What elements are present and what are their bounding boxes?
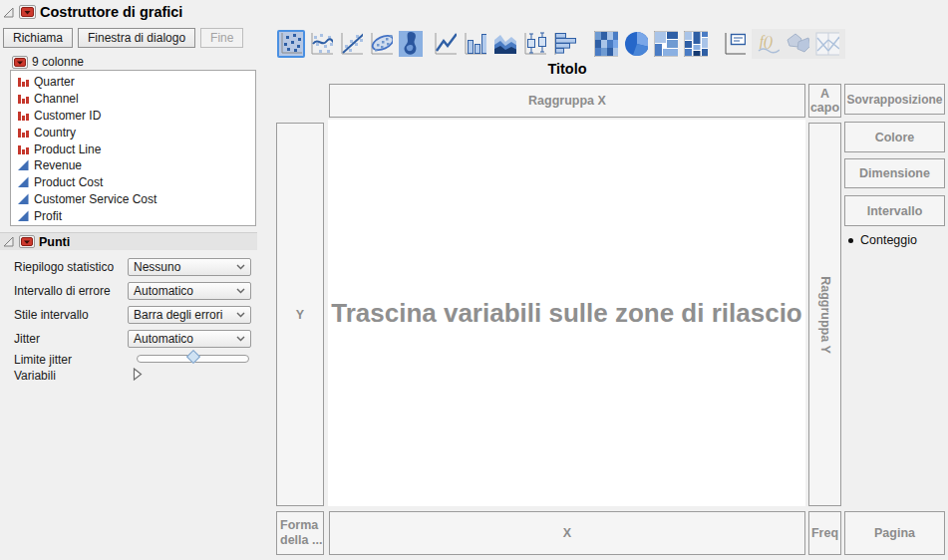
select-value: Automatico [134,332,193,346]
blue-triangle-icon [17,193,29,205]
column-item[interactable]: Channel [17,91,255,108]
line-of-fit-icon [339,31,363,57]
element-heatmap-button[interactable] [592,30,620,58]
ellipse-icon [369,31,393,57]
treemap-icon [654,31,678,57]
element-histogram-button[interactable] [550,30,578,58]
fine-button[interactable]: Fine [200,28,243,48]
drop-zone-page[interactable]: Pagina [844,511,945,555]
error-interval-select[interactable]: Automatico [128,282,251,300]
drop-zone-group-x[interactable]: Raggruppa X [329,84,805,118]
element-treemap-button[interactable] [652,30,680,58]
drop-zone-map-shape[interactable]: Forma della ... [276,511,324,555]
red-bars-icon [17,76,29,88]
column-item[interactable]: Product Cost [17,174,255,191]
drop-zone-overlay[interactable]: Sovrapposizione [844,84,945,115]
punti-panel-header: Punti [0,232,257,250]
finestra-di-dialogo-button[interactable]: Finestra di dialogo [78,28,195,48]
mosaic-icon [684,31,708,57]
drop-zone-group-y[interactable]: Raggruppa Y [808,123,841,506]
summary-statistic-label: Riepilogo statistico [14,258,114,276]
drop-zone-wrap[interactable]: A capo [808,84,841,118]
richiama-button[interactable]: Richiama [3,28,73,48]
column-item[interactable]: Country [17,124,255,140]
element-box-plot-button[interactable] [520,30,548,58]
red-triangle-menu-button[interactable] [19,235,35,248]
element-contour-button[interactable] [397,30,425,58]
disabled-elements-group: f() [752,29,845,59]
column-label: Quarter [34,75,75,89]
red-triangle-menu-button[interactable] [12,56,28,69]
map-shapes-icon [786,31,809,57]
red-bars-icon [17,93,29,105]
element-pie-button[interactable] [622,30,650,58]
column-item[interactable]: Quarter [17,74,255,91]
chevron-down-icon [236,264,245,270]
element-points-button[interactable] [277,30,305,58]
element-smoother-button[interactable] [307,30,335,58]
element-area-button[interactable] [490,30,518,58]
disclosure-open-icon[interactable] [2,6,15,19]
drop-zone-x[interactable]: X [329,511,805,555]
interval-style-select[interactable]: Barra degli errori [128,306,251,324]
blue-triangle-icon [17,210,29,222]
column-item[interactable]: Product Line [17,140,255,157]
column-item[interactable]: Revenue [17,157,255,174]
slider-thumb-icon[interactable] [186,350,200,364]
smoother-icon [309,31,333,57]
drop-zone-y[interactable]: Y [276,123,324,506]
window-header: Costruttore di grafici [2,4,182,20]
punti-panel-title: Punti [39,235,70,249]
red-bars-icon [17,110,29,122]
element-palette: f() [277,29,845,59]
element-mosaic-button[interactable] [682,30,710,58]
plot-canvas[interactable]: Trascina variabili sulle zone di rilasci… [328,120,805,506]
area-chart-icon [492,31,516,57]
heatmap-icon [594,31,618,57]
legend-bullet-icon [848,238,853,243]
pie-chart-icon [624,31,648,57]
element-formula-button[interactable]: f() [754,30,782,58]
column-item[interactable]: Profit [17,207,255,224]
element-caption-box-button[interactable] [720,30,748,58]
element-line-of-fit-button[interactable] [337,30,365,58]
element-parallel-button[interactable] [813,30,841,58]
red-triangle-menu-button[interactable] [19,5,36,19]
drop-zone-freq[interactable]: Freq [808,511,841,555]
drop-zone-size[interactable]: Dimensione [844,158,945,188]
drop-zone-interval[interactable]: Intervallo [844,195,945,226]
legend-label: Conteggio [860,233,917,247]
element-map-shapes-button[interactable] [784,30,811,58]
jitter-select[interactable]: Automatico [128,330,251,348]
column-item[interactable]: Customer ID [17,108,255,125]
jitter-limit-slider[interactable] [137,355,249,363]
select-value: Barra degli errori [134,308,222,322]
chevron-down-icon [236,336,245,342]
disclosure-open-icon[interactable] [2,235,15,248]
column-label: Customer ID [34,109,101,123]
element-bar-button[interactable] [461,30,488,58]
element-line-button[interactable] [431,30,459,58]
page-title: Costruttore di grafici [40,4,182,20]
column-label: Revenue [34,158,82,172]
drop-zone-map-shape-label: della ... [280,533,322,548]
column-label: Profit [34,209,62,223]
expand-right-icon[interactable] [133,368,143,381]
drop-zone-color[interactable]: Colore [844,122,945,152]
column-label: Product Cost [34,175,103,189]
line-chart-icon [433,31,457,57]
blue-triangle-icon [17,159,29,171]
legend-item-count[interactable]: Conteggio [848,233,917,247]
column-label: Customer Service Cost [34,192,157,206]
contour-icon [399,31,423,57]
error-interval-label: Intervallo di errore [14,282,111,300]
points-icon [279,32,303,56]
summary-statistic-select[interactable]: Nessuno [128,258,251,276]
bar-chart-icon [463,31,486,57]
column-item[interactable]: Customer Service Cost [17,191,255,208]
chevron-down-icon [236,312,245,318]
red-triangle-icon [21,7,34,17]
element-ellipse-button[interactable] [367,30,395,58]
column-label: Product Line [34,142,101,156]
drop-zone-map-shape-label: Forma [280,518,318,533]
